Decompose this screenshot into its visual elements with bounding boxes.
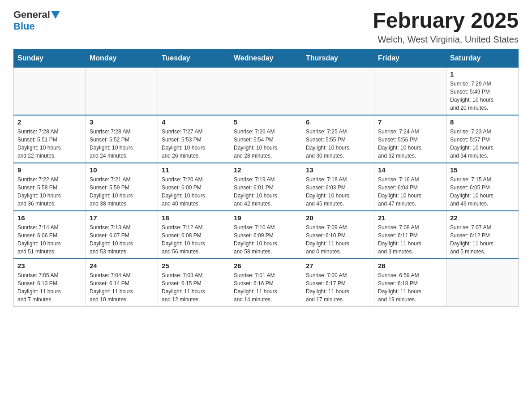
month-title: February 2025: [373, 9, 519, 33]
calendar-cell: 19Sunrise: 7:10 AMSunset: 6:09 PMDayligh…: [230, 211, 302, 259]
day-number: 4: [162, 118, 226, 126]
day-number: 8: [450, 118, 515, 126]
day-info: Sunrise: 7:20 AMSunset: 6:00 PMDaylight:…: [162, 176, 226, 208]
calendar-header-saturday: Saturday: [446, 49, 519, 67]
day-number: 5: [234, 118, 298, 126]
day-number: 12: [234, 166, 298, 174]
day-number: 1: [450, 70, 515, 78]
day-number: 16: [17, 214, 82, 222]
location-subtitle: Welch, West Virginia, United States: [373, 34, 519, 45]
calendar-week-row: 9Sunrise: 7:22 AMSunset: 5:58 PMDaylight…: [14, 163, 519, 211]
day-number: 22: [450, 214, 515, 222]
day-info: Sunrise: 7:15 AMSunset: 6:05 PMDaylight:…: [450, 176, 515, 208]
day-number: 25: [162, 262, 226, 270]
day-info: Sunrise: 7:10 AMSunset: 6:09 PMDaylight:…: [234, 223, 298, 256]
logo-general-text: General: [13, 9, 50, 21]
calendar-cell: 11Sunrise: 7:20 AMSunset: 6:00 PMDayligh…: [158, 163, 230, 211]
day-number: 24: [90, 262, 154, 270]
day-info: Sunrise: 7:08 AMSunset: 6:11 PMDaylight:…: [378, 223, 442, 256]
calendar-cell: 22Sunrise: 7:07 AMSunset: 6:12 PMDayligh…: [446, 211, 519, 259]
day-info: Sunrise: 7:22 AMSunset: 5:58 PMDaylight:…: [17, 176, 82, 208]
day-info: Sunrise: 7:21 AMSunset: 5:59 PMDaylight:…: [90, 176, 154, 208]
calendar-header-sunday: Sunday: [14, 49, 86, 67]
day-number: 2: [17, 118, 82, 126]
calendar-cell: 1Sunrise: 7:29 AMSunset: 5:49 PMDaylight…: [446, 67, 519, 115]
logo-arrow-icon: [51, 11, 60, 20]
calendar-cell: 26Sunrise: 7:01 AMSunset: 6:16 PMDayligh…: [230, 259, 302, 307]
day-info: Sunrise: 7:16 AMSunset: 6:04 PMDaylight:…: [378, 176, 442, 208]
day-info: Sunrise: 7:19 AMSunset: 6:01 PMDaylight:…: [234, 176, 298, 208]
calendar-cell: 27Sunrise: 7:00 AMSunset: 6:17 PMDayligh…: [302, 259, 374, 307]
calendar-cell: 25Sunrise: 7:03 AMSunset: 6:15 PMDayligh…: [158, 259, 230, 307]
calendar-cell: 10Sunrise: 7:21 AMSunset: 5:59 PMDayligh…: [86, 163, 158, 211]
svg-marker-0: [51, 11, 60, 19]
logo-blue-text: Blue: [13, 21, 35, 32]
calendar-cell: 9Sunrise: 7:22 AMSunset: 5:58 PMDaylight…: [14, 163, 86, 211]
day-number: 15: [450, 166, 515, 174]
day-info: Sunrise: 6:59 AMSunset: 6:18 PMDaylight:…: [378, 271, 442, 304]
calendar-header-wednesday: Wednesday: [230, 49, 302, 67]
calendar-cell: 28Sunrise: 6:59 AMSunset: 6:18 PMDayligh…: [374, 259, 446, 307]
day-info: Sunrise: 7:27 AMSunset: 5:53 PMDaylight:…: [162, 128, 226, 160]
calendar-cell: 2Sunrise: 7:28 AMSunset: 5:51 PMDaylight…: [14, 115, 86, 163]
calendar-header-friday: Friday: [374, 49, 446, 67]
calendar-cell: 5Sunrise: 7:26 AMSunset: 5:54 PMDaylight…: [230, 115, 302, 163]
day-number: 27: [306, 262, 370, 270]
calendar-cell: 17Sunrise: 7:13 AMSunset: 6:07 PMDayligh…: [86, 211, 158, 259]
day-number: 10: [90, 166, 154, 174]
day-info: Sunrise: 7:29 AMSunset: 5:49 PMDaylight:…: [450, 80, 515, 112]
calendar-cell: [302, 67, 374, 115]
day-info: Sunrise: 7:25 AMSunset: 5:55 PMDaylight:…: [306, 128, 370, 160]
day-number: 13: [306, 166, 370, 174]
day-info: Sunrise: 7:26 AMSunset: 5:54 PMDaylight:…: [234, 128, 298, 160]
calendar-header-tuesday: Tuesday: [158, 49, 230, 67]
day-info: Sunrise: 7:24 AMSunset: 5:56 PMDaylight:…: [378, 128, 442, 160]
calendar-cell: [374, 67, 446, 115]
day-info: Sunrise: 7:23 AMSunset: 5:57 PMDaylight:…: [450, 128, 515, 160]
calendar-table: SundayMondayTuesdayWednesdayThursdayFrid…: [13, 49, 519, 307]
day-info: Sunrise: 7:04 AMSunset: 6:14 PMDaylight:…: [90, 271, 154, 304]
day-info: Sunrise: 7:07 AMSunset: 6:12 PMDaylight:…: [450, 223, 515, 256]
day-number: 6: [306, 118, 370, 126]
day-info: Sunrise: 7:01 AMSunset: 6:16 PMDaylight:…: [234, 271, 298, 304]
calendar-cell: 14Sunrise: 7:16 AMSunset: 6:04 PMDayligh…: [374, 163, 446, 211]
day-number: 18: [162, 214, 226, 222]
day-info: Sunrise: 7:12 AMSunset: 6:08 PMDaylight:…: [162, 223, 226, 256]
title-area: February 2025 Welch, West Virginia, Unit…: [373, 9, 519, 45]
day-info: Sunrise: 7:13 AMSunset: 6:07 PMDaylight:…: [90, 223, 154, 256]
day-number: 7: [378, 118, 442, 126]
day-info: Sunrise: 7:03 AMSunset: 6:15 PMDaylight:…: [162, 271, 226, 304]
calendar-cell: [158, 67, 230, 115]
calendar-cell: 7Sunrise: 7:24 AMSunset: 5:56 PMDaylight…: [374, 115, 446, 163]
page-header: General Blue February 2025 Welch, West V…: [13, 9, 519, 45]
calendar-cell: 4Sunrise: 7:27 AMSunset: 5:53 PMDaylight…: [158, 115, 230, 163]
day-info: Sunrise: 7:28 AMSunset: 5:52 PMDaylight:…: [90, 128, 154, 160]
calendar-cell: [446, 259, 519, 307]
calendar-cell: 21Sunrise: 7:08 AMSunset: 6:11 PMDayligh…: [374, 211, 446, 259]
day-info: Sunrise: 7:05 AMSunset: 6:13 PMDaylight:…: [17, 271, 82, 304]
calendar-week-row: 16Sunrise: 7:14 AMSunset: 6:06 PMDayligh…: [14, 211, 519, 259]
day-info: Sunrise: 7:18 AMSunset: 6:03 PMDaylight:…: [306, 176, 370, 208]
calendar-header-monday: Monday: [86, 49, 158, 67]
day-number: 9: [17, 166, 82, 174]
calendar-week-row: 1Sunrise: 7:29 AMSunset: 5:49 PMDaylight…: [14, 67, 519, 115]
calendar-week-row: 2Sunrise: 7:28 AMSunset: 5:51 PMDaylight…: [14, 115, 519, 163]
calendar-cell: 15Sunrise: 7:15 AMSunset: 6:05 PMDayligh…: [446, 163, 519, 211]
calendar-week-row: 23Sunrise: 7:05 AMSunset: 6:13 PMDayligh…: [14, 259, 519, 307]
day-number: 3: [90, 118, 154, 126]
calendar-cell: 23Sunrise: 7:05 AMSunset: 6:13 PMDayligh…: [14, 259, 86, 307]
calendar-cell: [230, 67, 302, 115]
calendar-cell: 8Sunrise: 7:23 AMSunset: 5:57 PMDaylight…: [446, 115, 519, 163]
calendar-header-row: SundayMondayTuesdayWednesdayThursdayFrid…: [14, 49, 519, 67]
day-number: 17: [90, 214, 154, 222]
calendar-cell: 24Sunrise: 7:04 AMSunset: 6:14 PMDayligh…: [86, 259, 158, 307]
day-info: Sunrise: 7:28 AMSunset: 5:51 PMDaylight:…: [17, 128, 82, 160]
day-number: 28: [378, 262, 442, 270]
day-number: 26: [234, 262, 298, 270]
day-number: 19: [234, 214, 298, 222]
calendar-cell: 20Sunrise: 7:09 AMSunset: 6:10 PMDayligh…: [302, 211, 374, 259]
calendar-cell: 18Sunrise: 7:12 AMSunset: 6:08 PMDayligh…: [158, 211, 230, 259]
day-info: Sunrise: 7:09 AMSunset: 6:10 PMDaylight:…: [306, 223, 370, 256]
calendar-cell: 16Sunrise: 7:14 AMSunset: 6:06 PMDayligh…: [14, 211, 86, 259]
calendar-cell: 12Sunrise: 7:19 AMSunset: 6:01 PMDayligh…: [230, 163, 302, 211]
